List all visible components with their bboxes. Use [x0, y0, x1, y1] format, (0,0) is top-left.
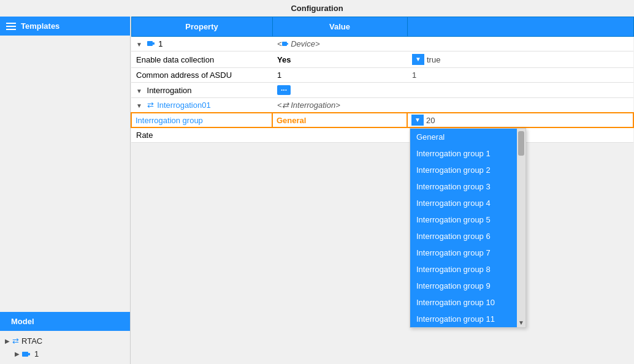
title-bar: Configuration — [0, 0, 634, 17]
templates-header: Templates — [0, 17, 130, 36]
row1-expand[interactable]: ▼ — [136, 41, 142, 48]
table-row: Common address of ASDU 1 1 — [131, 68, 633, 83]
main-area: Property Value ▼ — [131, 17, 634, 364]
templates-menu-button[interactable] — [6, 23, 16, 30]
table-row: ▼ ⇄ Interrogation01 <⇄ Interrogation> — [131, 98, 633, 113]
svg-rect-3 — [153, 42, 155, 45]
dropdown-item-group9[interactable]: Interrogation group 9 — [410, 278, 517, 294]
intgroup-label: Interrogation group — [136, 116, 203, 125]
intgroup-value: General — [277, 116, 306, 125]
int01-value: <⇄ Interrogation> — [277, 100, 340, 110]
value-cell-int01: <⇄ Interrogation> — [272, 98, 407, 113]
device-type-label: Device> — [289, 39, 320, 48]
dropdown-item-label: Interrogation group 3 — [416, 182, 491, 191]
common-value: 1 — [277, 70, 281, 80]
int01-sync-icon: ⇄ — [147, 100, 154, 110]
dropdown-item-label: Interrogation group 8 — [416, 265, 491, 274]
rtac-expand-icon[interactable]: ▶ — [5, 338, 10, 344]
svg-rect-4 — [282, 42, 287, 46]
int01-expand[interactable]: ▼ — [136, 102, 142, 109]
int01-label: Interrogation01 — [157, 100, 210, 110]
table-row-interrogation-group: Interrogation group General ▼ 20 — [131, 113, 633, 127]
property-cell-interrogation: ▼ Interrogation — [131, 83, 272, 98]
dropdown-item-group3[interactable]: Interrogation group 3 — [410, 178, 517, 195]
dropdown-item-label: Interrogation group 7 — [416, 248, 491, 257]
dropdown-item-group1[interactable]: Interrogation group 1 — [410, 145, 517, 162]
dropdown-item-label: Interrogation group 6 — [416, 232, 491, 241]
enable-dropdown-btn[interactable]: ▼ — [412, 54, 424, 65]
table-row: ▼ Interrogation ··· — [131, 83, 633, 98]
model-tree-item-device1[interactable]: ▶ 1 — [5, 347, 125, 360]
interrogation-more-btn[interactable]: ··· — [277, 85, 291, 95]
rate-label: Rate — [136, 131, 153, 140]
templates-header-label: Templates — [21, 21, 59, 31]
scrollbar-down-btn[interactable]: ▼ — [518, 319, 524, 326]
extra-cell-interrogation — [407, 83, 633, 98]
dropdown-item-general[interactable]: General — [410, 129, 517, 145]
property-cell-intgroup: Interrogation group — [131, 113, 272, 127]
interrogation-label: Interrogation — [147, 86, 192, 95]
property-cell-common: Common address of ASDU — [131, 68, 272, 83]
value-cell-intgroup[interactable]: General — [272, 113, 407, 127]
col-value: Value — [272, 17, 407, 37]
extra-cell-enable: ▼ true — [407, 51, 633, 68]
dropdown-item-group11[interactable]: Interrogation group 11 — [410, 311, 517, 327]
dropdown-item-group5[interactable]: Interrogation group 5 — [410, 211, 517, 228]
extra-cell-intgroup: ▼ 20 — [407, 113, 633, 127]
device1-label: 1 — [34, 349, 39, 358]
dropdown-item-label: Interrogation group 10 — [416, 298, 495, 307]
property-cell-enable: Enable data collection — [131, 51, 272, 68]
config-table: Property Value ▼ — [131, 17, 634, 143]
enable-extra-value: true — [427, 55, 440, 64]
extra-cell-common: 1 — [407, 68, 633, 83]
interrogation-expand[interactable]: ▼ — [136, 88, 142, 94]
svg-rect-1 — [28, 353, 30, 355]
value-cell-enable: Yes — [272, 51, 407, 68]
scrollbar-thumb[interactable] — [518, 131, 524, 156]
model-tree: ▶ ⇄ RTAC ▶ 1 — [0, 331, 130, 364]
dropdown-item-group2[interactable]: Interrogation group 2 — [410, 162, 517, 178]
dropdown-item-group6[interactable]: Interrogation group 6 — [410, 228, 517, 245]
common-extra-value: 1 — [412, 70, 416, 80]
intgroup-dropdown-btn[interactable]: ▼ — [411, 115, 424, 126]
app-container: Configuration Templates Model — [0, 0, 634, 364]
device1-expand-icon[interactable]: ▶ — [15, 351, 20, 357]
table-row-rate: Rate 60000 — [131, 127, 633, 143]
rtac-label: RTAC — [21, 336, 42, 346]
table-row: Enable data collection Yes ▼ true — [131, 51, 633, 68]
dropdown-item-label: Interrogation group 11 — [416, 314, 495, 324]
rtac-sync-icon: ⇄ — [12, 336, 19, 346]
model-tree-item-rtac[interactable]: ▶ ⇄ RTAC — [5, 335, 125, 347]
device1-icon — [22, 351, 31, 357]
value-cell-1: < Device> — [272, 37, 407, 51]
dropdown-item-label: Interrogation group 9 — [416, 281, 491, 290]
dropdown-item-group8[interactable]: Interrogation group 8 — [410, 261, 517, 278]
col-property: Property — [131, 17, 272, 37]
extra-cell-1 — [407, 37, 633, 51]
dropdown-item-group4[interactable]: Interrogation group 4 — [410, 195, 517, 211]
dropdown-item-group7[interactable]: Interrogation group 7 — [410, 245, 517, 261]
dropdown-item-label: Interrogation group 4 — [416, 199, 491, 208]
interrogation-group-dropdown[interactable]: General Interrogation group 1 Interrogat… — [410, 128, 526, 328]
svg-rect-5 — [287, 43, 288, 45]
dropdown-scrollbar[interactable]: ▼ — [517, 129, 525, 327]
svg-rect-0 — [22, 352, 28, 357]
property-cell-1: ▼ 1 — [131, 37, 272, 51]
dropdown-item-label: Interrogation group 1 — [416, 149, 491, 158]
dropdown-item-label: Interrogation group 5 — [416, 215, 491, 224]
enable-value: Yes — [277, 55, 291, 64]
page-title: Configuration — [291, 4, 343, 13]
property-cell-int01: ▼ ⇄ Interrogation01 — [131, 98, 272, 113]
row1-device-icon — [147, 41, 155, 47]
dropdown-list: General Interrogation group 1 Interrogat… — [410, 129, 517, 327]
dropdown-item-label: Interrogation group 2 — [416, 165, 491, 175]
templates-content — [0, 36, 130, 312]
dropdown-item-group10[interactable]: Interrogation group 10 — [410, 294, 517, 311]
row1-property-label: 1 — [158, 39, 162, 48]
model-section: Model ▶ ⇄ RTAC ▶ 1 — [0, 312, 130, 364]
value-cell-interrogation: ··· — [272, 83, 407, 98]
table-row: ▼ 1 < Device> — [131, 37, 633, 51]
enable-label: Enable data collection — [136, 55, 214, 64]
value-cell-rate — [272, 127, 407, 143]
device-icon-inline — [282, 42, 289, 47]
